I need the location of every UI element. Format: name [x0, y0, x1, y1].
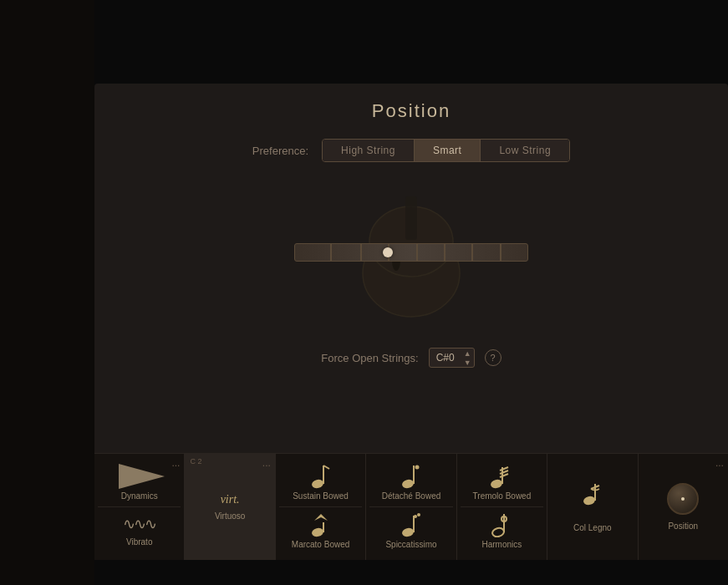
- art-cell-sustain-marcato[interactable]: Sustain Bowed Marcato Bowed: [276, 454, 366, 560]
- svg-point-13: [401, 527, 415, 538]
- art-cell-position[interactable]: ... Position: [639, 454, 728, 560]
- virtuoso-dots-menu[interactable]: ...: [262, 457, 271, 469]
- spiccatissimo-icon: [401, 512, 421, 537]
- fret-line: [360, 244, 362, 261]
- marcato-sub-cell[interactable]: Marcato Bowed: [279, 507, 362, 555]
- pref-low-string[interactable]: Low String: [481, 140, 569, 161]
- svg-point-16: [417, 513, 420, 516]
- fret-line: [500, 244, 501, 261]
- marcato-bowed-label: Marcato Bowed: [292, 540, 349, 550]
- preference-label: Preference:: [252, 145, 308, 157]
- art-cell-dynamics-vibrato[interactable]: ... Dynamics ∿∿∿ Vibrato: [94, 454, 185, 560]
- tremolo-bowed-label: Tremolo Bowed: [473, 491, 532, 501]
- detache-bowed-icon: [401, 464, 421, 489]
- virtuoso-text-icon: virt.: [221, 493, 240, 506]
- svg-point-15: [414, 515, 417, 518]
- harmonics-icon: [491, 512, 512, 537]
- fretboard-slider-container[interactable]: [294, 241, 528, 264]
- dynamics-dots-menu[interactable]: ...: [171, 457, 180, 469]
- detache-spicc-pair: Détaché Bowed Spiccatissimo: [369, 459, 452, 555]
- position-dots-menu[interactable]: ...: [715, 457, 724, 469]
- virtuoso-label: Virtuoso: [215, 511, 246, 521]
- outer-wrapper: Position Preference: High String Smart L…: [0, 0, 728, 585]
- svg-line-7: [323, 465, 329, 469]
- pref-smart[interactable]: Smart: [415, 140, 481, 161]
- svg-point-22: [491, 527, 505, 538]
- art-cell-col-legno[interactable]: Col Legno: [547, 454, 638, 560]
- spiccatissimo-label: Spiccatissimo: [385, 540, 436, 550]
- spicc-sub-cell[interactable]: Spiccatissimo: [369, 507, 452, 555]
- detache-sub-cell[interactable]: Détaché Bowed: [369, 459, 452, 507]
- svg-line-20: [500, 471, 508, 474]
- svg-point-17: [490, 479, 503, 490]
- dynamics-sub-cell[interactable]: Dynamics: [98, 459, 181, 507]
- col-legno-sub-cell[interactable]: Col Legno: [551, 459, 634, 555]
- dynamics-vibrato-pair: Dynamics ∿∿∿ Vibrato: [98, 459, 181, 555]
- vibrato-wave-icon: ∿∿∿: [123, 515, 155, 533]
- col-legno-pair: Col Legno: [551, 459, 634, 555]
- virtuoso-content: virt. Virtuoso: [215, 459, 246, 555]
- svg-line-19: [500, 467, 508, 471]
- sustain-bowed-label: Sustain Bowed: [293, 491, 349, 501]
- svg-point-10: [401, 479, 415, 490]
- dynamics-icon: [115, 464, 165, 489]
- tremolo-harmonics-pair: Tremolo Bowed Harmonics: [461, 459, 543, 555]
- articulation-bar: ... Dynamics ∿∿∿ Vibrato C 2: [94, 453, 728, 560]
- art-cell-tremolo-harmonics[interactable]: Tremolo Bowed Harmonics: [457, 454, 547, 560]
- fret-line: [330, 244, 332, 261]
- col-legno-label: Col Legno: [573, 523, 612, 533]
- preference-row: Preference: High String Smart Low String: [94, 139, 728, 162]
- force-select-wrapper: C#0 D0 E0 ▲▼: [429, 348, 475, 368]
- force-label: Force Open Strings:: [321, 352, 418, 364]
- fret-line: [416, 244, 418, 261]
- top-bar: [0, 0, 728, 84]
- position-knob[interactable]: [667, 483, 699, 515]
- dynamics-label: Dynamics: [121, 491, 158, 501]
- c2-label: C 2: [190, 457, 201, 465]
- svg-point-5: [311, 479, 324, 490]
- left-sidebar: [0, 0, 94, 585]
- sustain-marcato-pair: Sustain Bowed Marcato Bowed: [279, 459, 362, 555]
- marcato-bowed-icon: [311, 512, 331, 537]
- harmonics-label: Harmonics: [482, 540, 522, 550]
- fretboard-track[interactable]: [294, 243, 528, 262]
- fret-line: [471, 244, 473, 261]
- tremolo-sub-cell[interactable]: Tremolo Bowed: [461, 459, 543, 507]
- panel-title: Position: [94, 84, 728, 122]
- art-cell-detache-spicc[interactable]: Détaché Bowed Spiccatissimo: [366, 454, 456, 560]
- pref-high-string[interactable]: High String: [323, 140, 415, 161]
- preference-options: High String Smart Low String: [322, 139, 570, 162]
- force-select[interactable]: C#0 D0 E0: [429, 348, 475, 368]
- fretboard-thumb[interactable]: [383, 247, 393, 257]
- harmonics-sub-cell[interactable]: Harmonics: [461, 507, 543, 555]
- main-panel: Position Preference: High String Smart L…: [94, 84, 728, 560]
- position-label: Position: [668, 521, 698, 532]
- svg-point-12: [415, 465, 419, 470]
- svg-rect-4: [405, 196, 417, 240]
- fret-line: [444, 244, 445, 261]
- col-legno-icon: [583, 481, 603, 506]
- position-content: Position: [667, 459, 699, 555]
- vibrato-label: Vibrato: [126, 537, 153, 547]
- svg-line-21: [500, 474, 508, 477]
- tremolo-bowed-icon: [490, 464, 513, 489]
- info-icon[interactable]: ?: [485, 349, 501, 366]
- instrument-area: [244, 177, 578, 328]
- dynamics-triangle: [119, 464, 165, 489]
- svg-point-8: [311, 527, 324, 538]
- detache-bowed-label: Détaché Bowed: [382, 491, 441, 501]
- svg-point-25: [583, 495, 596, 506]
- sustain-bowed-icon: [311, 464, 331, 489]
- art-cell-virtuoso[interactable]: C 2 ... virt. Virtuoso: [185, 454, 275, 560]
- sustain-sub-cell[interactable]: Sustain Bowed: [279, 459, 362, 507]
- force-open-strings-row: Force Open Strings: C#0 D0 E0 ▲▼ ?: [94, 348, 728, 368]
- vibrato-sub-cell[interactable]: ∿∿∿ Vibrato: [98, 507, 181, 555]
